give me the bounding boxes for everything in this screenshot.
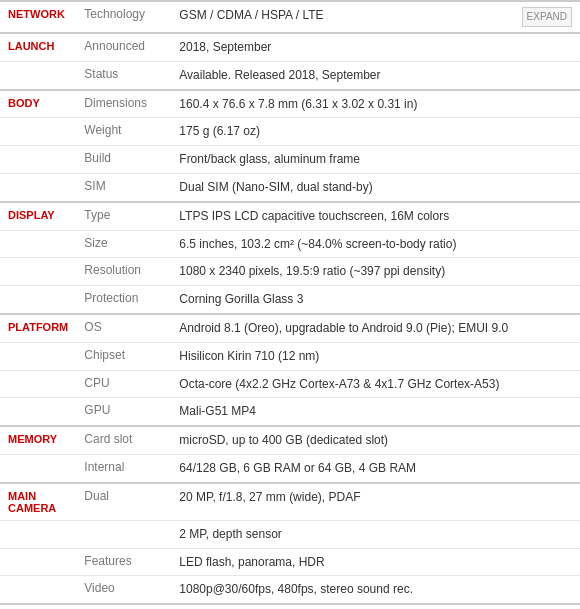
section-header-main-camera bbox=[0, 548, 76, 576]
section-header-platform bbox=[0, 398, 76, 426]
section-header-platform bbox=[0, 342, 76, 370]
value-body-0: 160.4 x 76.6 x 7.8 mm (6.31 x 3.02 x 0.3… bbox=[171, 90, 580, 118]
label-display-2: Resolution bbox=[76, 258, 171, 286]
value-main-camera-0: 20 MP, f/1.8, 27 mm (wide), PDAF bbox=[171, 483, 580, 521]
value-memory-0: microSD, up to 400 GB (dedicated slot) bbox=[171, 426, 580, 454]
label-main-camera-3: Video bbox=[76, 576, 171, 604]
section-header-body bbox=[0, 118, 76, 146]
value-platform-2: Octa-core (4x2.2 GHz Cortex-A73 & 4x1.7 … bbox=[171, 370, 580, 398]
value-display-1: 6.5 inches, 103.2 cm² (~84.0% screen-to-… bbox=[171, 230, 580, 258]
section-header-main-camera: MAIN CAMERA bbox=[0, 483, 76, 521]
label-platform-1: Chipset bbox=[76, 342, 171, 370]
label-main-camera-0: Dual bbox=[76, 483, 171, 521]
label-display-0: Type bbox=[76, 202, 171, 230]
section-header-launch bbox=[0, 61, 76, 89]
section-header-display bbox=[0, 230, 76, 258]
value-selfie-camera-0: 16 MP, f/2.0, 26 mm (wide) bbox=[171, 604, 580, 609]
label-platform-3: GPU bbox=[76, 398, 171, 426]
label-body-1: Weight bbox=[76, 118, 171, 146]
value-launch-0: 2018, September bbox=[171, 33, 580, 61]
label-display-1: Size bbox=[76, 230, 171, 258]
value-display-0: LTPS IPS LCD capacitive touchscreen, 16M… bbox=[171, 202, 580, 230]
value-platform-1: Hisilicon Kirin 710 (12 nm) bbox=[171, 342, 580, 370]
label-body-0: Dimensions bbox=[76, 90, 171, 118]
value-display-2: 1080 x 2340 pixels, 19.5:9 ratio (~397 p… bbox=[171, 258, 580, 286]
section-header-display: DISPLAY bbox=[0, 202, 76, 230]
label-main-camera-2: Features bbox=[76, 548, 171, 576]
value-network-0: EXPANDGSM / CDMA / HSPA / LTE bbox=[171, 1, 580, 33]
label-platform-2: CPU bbox=[76, 370, 171, 398]
label-main-camera-1 bbox=[76, 520, 171, 548]
value-body-1: 175 g (6.17 oz) bbox=[171, 118, 580, 146]
value-body-3: Dual SIM (Nano-SIM, dual stand-by) bbox=[171, 173, 580, 201]
label-memory-1: Internal bbox=[76, 454, 171, 482]
section-header-main-camera bbox=[0, 576, 76, 604]
spec-table: NETWORKTechnologyEXPANDGSM / CDMA / HSPA… bbox=[0, 0, 580, 609]
section-header-network: NETWORK bbox=[0, 1, 76, 33]
section-header-main-camera bbox=[0, 520, 76, 548]
value-memory-1: 64/128 GB, 6 GB RAM or 64 GB, 4 GB RAM bbox=[171, 454, 580, 482]
section-header-memory: MEMORY bbox=[0, 426, 76, 454]
label-launch-0: Announced bbox=[76, 33, 171, 61]
section-header-display bbox=[0, 258, 76, 286]
section-header-platform: PLATFORM bbox=[0, 314, 76, 342]
label-selfie-camera-0: Single bbox=[76, 604, 171, 609]
value-main-camera-1: 2 MP, depth sensor bbox=[171, 520, 580, 548]
label-body-2: Build bbox=[76, 146, 171, 174]
section-header-body bbox=[0, 146, 76, 174]
value-launch-1: Available. Released 2018, September bbox=[171, 61, 580, 89]
label-network-0: Technology bbox=[76, 1, 171, 33]
value-platform-0: Android 8.1 (Oreo), upgradable to Androi… bbox=[171, 314, 580, 342]
section-header-display bbox=[0, 286, 76, 314]
section-header-launch: LAUNCH bbox=[0, 33, 76, 61]
value-display-3: Corning Gorilla Glass 3 bbox=[171, 286, 580, 314]
value-main-camera-3: 1080p@30/60fps, 480fps, stereo sound rec… bbox=[171, 576, 580, 604]
label-display-3: Protection bbox=[76, 286, 171, 314]
value-platform-3: Mali-G51 MP4 bbox=[171, 398, 580, 426]
label-body-3: SIM bbox=[76, 173, 171, 201]
section-header-memory bbox=[0, 454, 76, 482]
section-header-platform bbox=[0, 370, 76, 398]
section-header-body: BODY bbox=[0, 90, 76, 118]
label-platform-0: OS bbox=[76, 314, 171, 342]
value-body-2: Front/back glass, aluminum frame bbox=[171, 146, 580, 174]
expand-button[interactable]: EXPAND bbox=[522, 7, 572, 27]
section-header-selfie-camera: SELFIE CAMERA bbox=[0, 604, 76, 609]
label-memory-0: Card slot bbox=[76, 426, 171, 454]
section-header-body bbox=[0, 173, 76, 201]
label-launch-1: Status bbox=[76, 61, 171, 89]
value-main-camera-2: LED flash, panorama, HDR bbox=[171, 548, 580, 576]
